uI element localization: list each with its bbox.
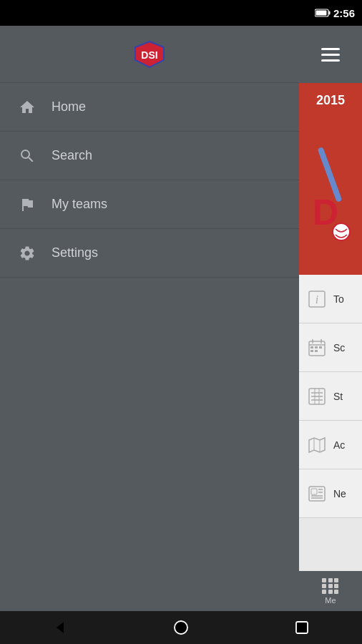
bottom-navigation-bar (0, 611, 362, 644)
nav-item-settings[interactable]: Settings (0, 229, 299, 278)
status-bar: 2:56 (0, 0, 362, 26)
hamburger-line-1 (321, 48, 340, 50)
gear-icon (17, 243, 37, 263)
svg-rect-32 (311, 489, 317, 494)
svg-marker-37 (57, 622, 64, 633)
right-menu-stats-label: St (333, 391, 343, 402)
hamburger-line-3 (321, 59, 340, 62)
svg-text:i: i (315, 293, 318, 306)
info-icon: i (306, 288, 328, 310)
svg-rect-3 (308, 8, 310, 18)
svg-rect-0 (302, 14, 303, 18)
right-menu-tournament-label: To (333, 293, 344, 305)
nav-item-search-label: Search (52, 148, 92, 163)
list-icon (306, 386, 328, 407)
svg-rect-18 (319, 346, 322, 348)
svg-rect-19 (310, 350, 313, 352)
nav-items: Home Search My teams (0, 83, 299, 611)
nav-item-my-teams[interactable]: My teams (0, 180, 299, 229)
nav-drawer: DSI Home (0, 26, 299, 611)
svg-rect-6 (315, 11, 326, 16)
signal-icon (302, 8, 312, 18)
right-panel: 2015 D i (299, 26, 362, 611)
right-menu-item-news[interactable]: Ne (299, 469, 362, 518)
status-icons: 2:56 (286, 7, 355, 19)
calendar-icon (306, 337, 328, 358)
nav-item-home[interactable]: Home (0, 83, 299, 132)
back-button[interactable] (42, 613, 78, 642)
right-menu-schedule-label: Sc (333, 342, 345, 353)
right-menu-items: i To (299, 275, 362, 571)
nav-item-search[interactable]: Search (0, 132, 299, 180)
svg-rect-16 (310, 346, 313, 348)
right-menu-item-stats[interactable]: St (299, 372, 362, 421)
svg-text:DSI: DSI (141, 49, 157, 61)
search-icon (17, 146, 37, 166)
wifi-icon (286, 8, 299, 18)
year-text: 2015 (316, 93, 345, 108)
flag-icon (17, 195, 37, 215)
svg-rect-39 (296, 622, 308, 633)
news-icon (306, 483, 328, 504)
svg-rect-20 (315, 350, 318, 352)
tab-grid-icon (322, 578, 339, 594)
app-container: DSI Home (0, 26, 362, 611)
home-button[interactable] (163, 613, 199, 642)
svg-rect-2 (306, 9, 308, 18)
bottom-tab-bar[interactable]: Me (299, 571, 362, 611)
recent-button[interactable] (284, 613, 320, 642)
svg-rect-5 (328, 11, 330, 15)
right-header (299, 26, 362, 83)
right-menu-item-tournament[interactable]: i To (299, 275, 362, 323)
right-menu-item-schedule[interactable]: Sc (299, 323, 362, 372)
nav-item-my-teams-label: My teams (52, 197, 107, 212)
svg-rect-17 (315, 346, 318, 348)
hamburger-line-2 (321, 54, 340, 56)
right-menu-account-label: Ac (333, 439, 345, 451)
team-logo-icon: D (305, 139, 356, 253)
app-logo: DSI (132, 40, 167, 69)
nav-item-home-label: Home (52, 99, 86, 114)
tab-menu-item[interactable]: Me (322, 578, 339, 605)
svg-rect-1 (304, 11, 305, 18)
logo-icon: DSI (132, 40, 167, 69)
home-icon (17, 97, 37, 117)
tab-menu-label: Me (325, 596, 336, 605)
map-icon (306, 434, 328, 456)
nav-item-settings-label: Settings (52, 245, 98, 260)
right-menu-item-account[interactable]: Ac (299, 421, 362, 469)
year-banner: 2015 (299, 83, 362, 117)
hamburger-button[interactable] (313, 36, 348, 72)
right-menu-news-label: Ne (333, 488, 346, 499)
battery-icon (315, 9, 331, 17)
svg-point-38 (175, 621, 187, 634)
team-logo-area: D (299, 117, 362, 275)
nav-header: DSI (0, 26, 299, 83)
status-time: 2:56 (333, 7, 355, 19)
